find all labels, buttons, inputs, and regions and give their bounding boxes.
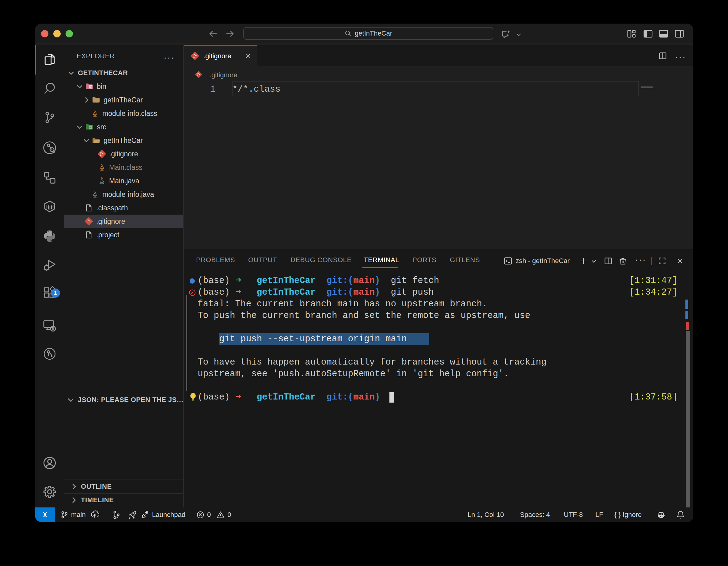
svg-text:</>: </>	[89, 126, 93, 129]
svg-text:10: 10	[90, 86, 92, 89]
